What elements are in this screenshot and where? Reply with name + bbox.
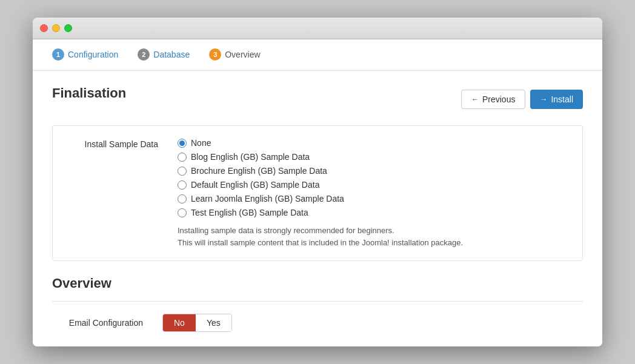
sample-data-row: Install Sample Data None Blog English (G… xyxy=(67,138,568,248)
install-arrow-icon: → xyxy=(540,95,547,104)
previous-button[interactable]: ← Previous xyxy=(461,90,525,109)
tab-label-configuration: Configuration xyxy=(68,50,118,59)
email-config-row: Email Configuration No Yes xyxy=(52,314,583,332)
radio-learn-en[interactable]: Learn Joomla English (GB) Sample Data xyxy=(178,194,568,204)
tab-badge-database: 2 xyxy=(138,48,150,61)
tab-overview[interactable]: 3 Overview xyxy=(199,39,270,71)
radio-default-en[interactable]: Default English (GB) Sample Data xyxy=(178,180,568,190)
radio-brochure-en[interactable]: Brochure English (GB) Sample Data xyxy=(178,166,568,176)
minimize-button[interactable] xyxy=(52,24,60,32)
radio-learn-en-input[interactable] xyxy=(178,194,187,204)
radio-none-label: None xyxy=(191,138,211,148)
radio-none-input[interactable] xyxy=(178,139,187,148)
radio-test-en-label: Test English (GB) Sample Data xyxy=(191,208,308,217)
finalisation-header: Finalisation ← Previous → Install xyxy=(52,85,583,113)
sample-data-section: Install Sample Data None Blog English (G… xyxy=(52,125,583,261)
radio-test-en-input[interactable] xyxy=(178,208,187,217)
toggle-no-button[interactable]: No xyxy=(163,314,196,331)
radio-none[interactable]: None xyxy=(178,138,568,148)
overview-section: Overview Email Configuration No Yes xyxy=(52,276,583,332)
tab-badge-overview: 3 xyxy=(209,48,221,61)
tab-label-overview: Overview xyxy=(225,50,260,59)
radio-learn-en-label: Learn Joomla English (GB) Sample Data xyxy=(191,194,344,204)
hint-line2: This will install sample content that is… xyxy=(178,237,568,249)
main-content: Finalisation ← Previous → Install Instal… xyxy=(33,71,602,346)
maximize-button[interactable] xyxy=(64,24,72,32)
toggle-yes-button[interactable]: Yes xyxy=(196,314,231,331)
overview-divider xyxy=(52,301,583,302)
hint-line1: Installing sample data is strongly recom… xyxy=(178,225,568,237)
sample-data-label: Install Sample Data xyxy=(67,138,158,149)
main-window: 1 Configuration 2 Database 3 Overview Fi… xyxy=(33,18,602,346)
previous-arrow-icon: ← xyxy=(471,95,479,104)
sample-data-field: None Blog English (GB) Sample Data Broch… xyxy=(178,138,568,248)
install-button[interactable]: → Install xyxy=(530,90,583,109)
tab-configuration[interactable]: 1 Configuration xyxy=(42,39,128,71)
radio-test-en[interactable]: Test English (GB) Sample Data xyxy=(178,208,568,217)
previous-label: Previous xyxy=(482,94,515,104)
close-button[interactable] xyxy=(40,24,48,32)
email-toggle-group: No Yes xyxy=(162,314,232,332)
overview-title: Overview xyxy=(52,276,583,291)
install-label: Install xyxy=(551,94,573,104)
traffic-lights xyxy=(40,24,72,32)
radio-default-en-label: Default English (GB) Sample Data xyxy=(191,180,319,190)
radio-brochure-en-input[interactable] xyxy=(178,167,187,176)
radio-blog-en-label: Blog English (GB) Sample Data xyxy=(191,152,310,162)
sample-data-radio-group: None Blog English (GB) Sample Data Broch… xyxy=(178,138,568,217)
finalisation-title: Finalisation xyxy=(52,85,126,101)
tabs-bar: 1 Configuration 2 Database 3 Overview xyxy=(33,39,602,71)
radio-default-en-input[interactable] xyxy=(178,180,187,190)
radio-blog-en-input[interactable] xyxy=(178,153,187,162)
sample-data-hint: Installing sample data is strongly recom… xyxy=(178,225,568,248)
radio-blog-en[interactable]: Blog English (GB) Sample Data xyxy=(178,152,568,162)
tab-label-database: Database xyxy=(153,50,190,59)
tab-database[interactable]: 2 Database xyxy=(128,39,199,71)
titlebar xyxy=(33,18,602,39)
window-content: 1 Configuration 2 Database 3 Overview Fi… xyxy=(33,39,602,346)
radio-brochure-en-label: Brochure English (GB) Sample Data xyxy=(191,166,327,176)
tab-badge-configuration: 1 xyxy=(52,48,64,61)
action-buttons: ← Previous → Install xyxy=(461,90,583,109)
email-config-label: Email Configuration xyxy=(52,318,143,328)
